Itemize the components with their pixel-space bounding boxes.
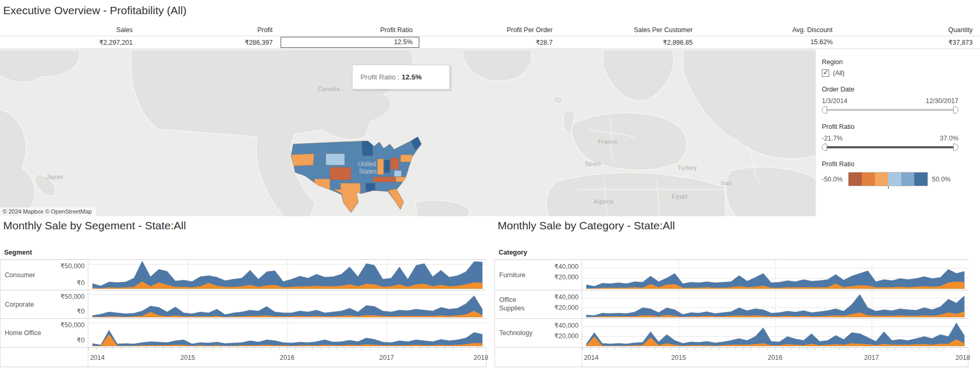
area-chart-office-supplies[interactable]	[582, 290, 968, 318]
row-label: Home Office	[5, 329, 41, 338]
map-label-france: France	[598, 138, 617, 145]
y-tick: ₹0	[77, 279, 85, 287]
page-title: Executive Overview - Profitability (All)	[3, 4, 187, 17]
us-watermark: United States	[358, 160, 378, 175]
state-west-virginia[interactable]	[394, 170, 401, 177]
area-chart-technology[interactable]	[582, 319, 968, 347]
state-illinois[interactable]	[377, 159, 384, 175]
category-x-axis: 2014 2015 2016 2017 2018	[494, 348, 968, 367]
order-date-slider-track[interactable]	[824, 109, 956, 111]
state-ohio[interactable]	[390, 158, 399, 169]
state-wyoming[interactable]	[326, 154, 345, 165]
kpi-label-avg-discount: Avg. Discount	[700, 24, 840, 36]
kpi-value-sales-per-customer[interactable]: ₹2,896.85	[560, 36, 700, 48]
order-date-filter-label: Order Date	[822, 86, 958, 93]
us-choropleth[interactable]: United States	[289, 135, 455, 215]
order-date-slider-handle-right[interactable]	[953, 106, 958, 114]
legend-center-tick	[888, 186, 889, 189]
state-pennsylvania[interactable]	[400, 155, 413, 162]
profit-ratio-legend-label: Profit Ratio	[822, 160, 958, 168]
order-date-slider[interactable]	[822, 106, 958, 114]
legend-swatch-1	[862, 173, 875, 186]
kpi-value-avg-discount[interactable]: 15.62%	[700, 36, 840, 48]
profit-ratio-slider-handle-right[interactable]	[953, 144, 958, 151]
x-tick-2014: 2014	[584, 354, 599, 361]
region-all-option[interactable]: (All)	[822, 69, 958, 77]
area-chart-consumer[interactable]	[88, 260, 487, 290]
y-tick: ₹50,000	[60, 321, 85, 329]
kpi-value-profit[interactable]: ₹286,397	[140, 36, 280, 48]
row-label: Technology	[499, 329, 534, 338]
profit-ratio-color-legend: -50.0% 50.0%	[822, 172, 958, 186]
kpi-label-profit: Profit	[140, 24, 280, 36]
kpi-label-profit-per-order: Profit Per Order	[420, 24, 560, 36]
x-tick-2014: 2014	[90, 354, 105, 361]
y-tick: ₹20,000	[554, 304, 579, 311]
legend-swatch-2	[875, 173, 888, 186]
segment-chart-title: Monthly Sale by Segement - State:All	[3, 219, 186, 232]
region-all-label: (All)	[833, 69, 844, 77]
segment-row-corporate: Corporate ₹50,000 ₹0	[0, 290, 487, 319]
y-tick: ₹20,000	[554, 273, 579, 281]
row-label: Furniture	[499, 270, 534, 279]
state-minnesota[interactable]	[362, 141, 373, 156]
region-all-checkbox[interactable]	[822, 69, 829, 77]
area-chart-home-office[interactable]	[88, 319, 487, 347]
y-tick: ₹40,000	[554, 293, 579, 301]
axis-ticks	[88, 348, 486, 350]
map-attribution: © 2024 Mapbox © OpenStreetMap	[0, 207, 96, 216]
kpi-strip: Sales Profit Profit Ratio Profit Per Ord…	[0, 24, 980, 49]
x-tick-2018: 2018	[955, 354, 970, 361]
profit-ratio-max: 37.0%	[940, 135, 958, 142]
map-label-iran: Iran	[721, 180, 732, 186]
map-label-egypt: Egypt	[672, 193, 688, 199]
profit-ratio-slider-track[interactable]	[824, 146, 956, 148]
profit-ratio-slider-handle-left[interactable]	[822, 144, 827, 151]
segment-row-consumer: Consumer ₹50,000 ₹0	[0, 260, 487, 290]
state-colorado[interactable]	[330, 167, 351, 180]
row-label: Consumer	[5, 270, 35, 279]
area-chart-furniture[interactable]	[582, 260, 968, 290]
order-date-min: 1/3/2014	[822, 97, 848, 105]
segment-x-axis: 2014 2015 2016 2017 2018	[0, 348, 487, 367]
kpi-value-quantity[interactable]: ₹37,873	[840, 36, 980, 48]
kpi-value-profit-ratio[interactable]: 12.5%	[280, 36, 420, 48]
row-label: Corporate	[5, 300, 34, 309]
map-label-algeria: Algeria	[594, 198, 614, 205]
state-north-carolina[interactable]	[396, 177, 412, 182]
profit-ratio-slider[interactable]	[822, 143, 958, 151]
kpi-label-quantity: Quantity	[840, 24, 980, 36]
legend-max-value: 50.0%	[932, 176, 951, 183]
category-group-label: Category	[499, 249, 527, 256]
kpi-label-profit-ratio: Profit Ratio	[280, 24, 420, 36]
legend-swatch-0	[849, 173, 862, 186]
y-tick: ₹40,000	[554, 262, 579, 270]
y-tick: ₹0	[77, 336, 85, 344]
area-chart-corporate[interactable]	[88, 290, 487, 318]
state-arkansas[interactable]	[366, 183, 375, 191]
y-tick: ₹50,000	[60, 292, 85, 300]
state-indiana[interactable]	[384, 160, 390, 173]
map-label-turkey: Turkey	[678, 165, 697, 171]
map-label-canada: Canada	[318, 86, 340, 92]
y-tick: ₹0	[77, 307, 85, 315]
state-florida[interactable]	[388, 188, 404, 209]
y-tick: ₹20,000	[554, 332, 579, 340]
legend-swatch-5	[914, 173, 927, 186]
x-tick-2017: 2017	[379, 354, 394, 361]
row-label: Office Supplies	[499, 296, 534, 314]
category-row-technology: Technology ₹40,000 ₹20,000	[494, 319, 968, 348]
state-oregon[interactable]	[291, 154, 314, 166]
segment-row-home-office: Home Office ₹50,000 ₹0	[0, 319, 487, 348]
order-date-slider-handle-left[interactable]	[822, 106, 827, 114]
category-row-office-supplies: Office Supplies ₹40,000 ₹20,000	[494, 290, 968, 319]
filter-panel: Region (All) Order Date 1/3/2014 12/30/2…	[818, 49, 980, 216]
x-tick-2018: 2018	[473, 354, 488, 361]
kpi-value-sales[interactable]: ₹2,297,201	[0, 36, 140, 48]
kpi-label-sales: Sales	[0, 24, 140, 36]
map-label-spain: Spain	[585, 160, 601, 167]
legend-min-value: -50.0%	[822, 176, 843, 183]
kpi-value-profit-per-order[interactable]: ₹28.7	[420, 36, 560, 48]
world-map[interactable]: United States Canada Japan France Spain …	[0, 49, 816, 216]
state-tennessee[interactable]	[373, 177, 395, 182]
